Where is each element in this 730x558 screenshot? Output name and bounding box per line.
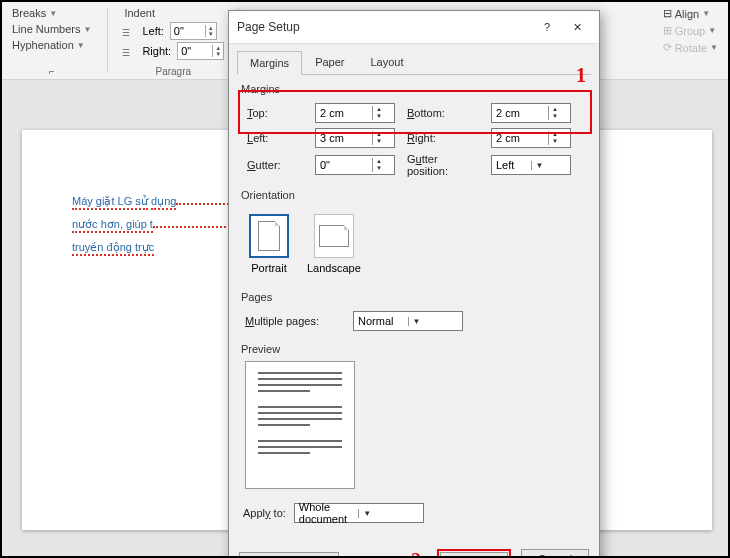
indent-left-icon <box>122 26 136 36</box>
align-label: Align <box>675 8 699 20</box>
indent-left-input[interactable]: ▲▼ <box>170 22 217 40</box>
group-menu: ⊞ Group▼ <box>661 23 720 38</box>
line-numbers-menu[interactable]: Line Numbers▼ <box>10 22 93 36</box>
orientation-portrait[interactable]: Portrait <box>245 210 293 278</box>
gutter-label: Gutter: <box>247 159 303 171</box>
breaks-menu[interactable]: Breaks▼ <box>10 6 93 20</box>
set-as-default-button[interactable]: Set As Default <box>239 552 339 558</box>
close-button[interactable]: ✕ <box>563 17 591 37</box>
indent-right-field[interactable] <box>178 44 212 58</box>
callout-1: 1 <box>576 64 586 87</box>
gutter-input[interactable]: ▲▼ <box>315 155 395 175</box>
line-numbers-label: Line Numbers <box>12 23 80 35</box>
right-input[interactable]: ▲▼ <box>491 128 571 148</box>
bottom-field[interactable] <box>492 105 548 121</box>
chevron-down-icon: ▼ <box>83 25 91 34</box>
spin-up-icon[interactable]: ▲ <box>373 158 385 165</box>
indent-right-icon <box>122 46 136 56</box>
apply-to-value: Whole document <box>295 499 359 527</box>
dialog-body: Margins Top: ▲▼ Bottom: ▲▼ Left: ▲▼ Righ… <box>229 75 599 539</box>
landscape-icon <box>314 214 354 258</box>
portrait-label: Portrait <box>251 262 286 274</box>
gutter-pos-label: Gutter position: <box>407 153 479 177</box>
spin-down-icon[interactable]: ▼ <box>206 31 216 37</box>
right-label: Right: <box>407 132 479 144</box>
spin-up-icon[interactable]: ▲ <box>549 106 561 113</box>
spin-down-icon[interactable]: ▼ <box>549 138 561 145</box>
gutter-pos-value: Left <box>492 157 531 173</box>
indent-right-input[interactable]: ▲▼ <box>177 42 224 60</box>
spin-down-icon[interactable]: ▼ <box>373 138 385 145</box>
spin-down-icon[interactable]: ▼ <box>213 51 223 57</box>
spin-down-icon[interactable]: ▼ <box>549 113 561 120</box>
ribbon-arrange-group: ⊟ Align▼ ⊞ Group▼ ⟳ Rotate▼ <box>661 6 720 75</box>
preview-label: Preview <box>241 343 587 355</box>
spin-down-icon[interactable]: ▼ <box>373 165 385 172</box>
indent-right-row: Right: ▲▼ <box>122 42 224 60</box>
dialog-tabs: Margins Paper Layout <box>229 44 599 74</box>
cancel-button[interactable]: Cancel <box>521 549 589 558</box>
ribbon-page-setup-extras: Breaks▼ Line Numbers▼ Hyphenation▼ ⌐ <box>10 6 93 75</box>
spin-up-icon[interactable]: ▲ <box>373 131 385 138</box>
gutter-pos-select[interactable]: Left▼ <box>491 155 571 175</box>
apply-to-row: Apply to: Whole document▼ <box>241 497 587 529</box>
margins-group: Margins Top: ▲▼ Bottom: ▲▼ Left: ▲▼ Righ… <box>241 83 587 181</box>
highlight-box-2: OK <box>437 549 511 558</box>
orientation-label: Orientation <box>241 189 587 201</box>
multiple-pages-label: Multiple pages: <box>245 315 337 327</box>
page-setup-dialog: Page Setup ? ✕ Margins Paper Layout Marg… <box>228 10 600 558</box>
tab-layout[interactable]: Layout <box>357 50 416 74</box>
right-field[interactable] <box>492 130 548 146</box>
align-menu[interactable]: ⊟ Align▼ <box>661 6 720 21</box>
orientation-group: Orientation Portrait Landscape <box>241 189 587 283</box>
spin-down-icon[interactable]: ▼ <box>373 113 385 120</box>
preview-group: Preview <box>241 343 587 489</box>
ribbon-indent-group: Indent Left: ▲▼ Right: ▲▼ Paragra <box>122 6 224 75</box>
top-field[interactable] <box>316 105 372 121</box>
ribbon-separator <box>107 8 108 73</box>
multiple-pages-value: Normal <box>354 313 408 329</box>
top-input[interactable]: ▲▼ <box>315 103 395 123</box>
gutter-field[interactable] <box>316 157 372 173</box>
rotate-menu: ⟳ Rotate▼ <box>661 40 720 55</box>
portrait-icon <box>249 214 289 258</box>
chevron-down-icon: ▼ <box>49 9 57 18</box>
left-label: Left: <box>247 132 303 144</box>
ok-button[interactable]: OK <box>440 552 508 558</box>
chevron-down-icon: ▼ <box>710 43 718 52</box>
apply-to-select[interactable]: Whole document▼ <box>294 503 424 523</box>
chevron-down-icon: ▼ <box>702 9 710 18</box>
chevron-down-icon: ▼ <box>708 26 716 35</box>
dialog-titlebar[interactable]: Page Setup ? ✕ <box>229 11 599 44</box>
pages-group: Pages Multiple pages: Normal▼ <box>241 291 587 335</box>
tab-paper[interactable]: Paper <box>302 50 357 74</box>
ribbon-group-launcher[interactable]: ⌐ <box>49 66 55 77</box>
indent-right-label: Right: <box>142 45 171 57</box>
chevron-down-icon: ▼ <box>408 317 463 326</box>
indent-header: Indent <box>122 6 224 20</box>
tab-margins[interactable]: Margins <box>237 51 302 75</box>
rotate-label: Rotate <box>675 42 707 54</box>
pages-label: Pages <box>241 291 587 303</box>
left-field[interactable] <box>316 130 372 146</box>
dialog-title: Page Setup <box>237 20 300 34</box>
spin-up-icon[interactable]: ▲ <box>373 106 385 113</box>
hyphenation-label: Hyphenation <box>12 39 74 51</box>
dialog-buttons: Set As Default 2 OK Cancel <box>229 539 599 558</box>
group-label: Group <box>675 25 706 37</box>
preview-thumbnail <box>245 361 355 489</box>
help-button[interactable]: ? <box>533 17 561 37</box>
chevron-down-icon: ▼ <box>77 41 85 50</box>
spin-up-icon[interactable]: ▲ <box>549 131 561 138</box>
left-input[interactable]: ▲▼ <box>315 128 395 148</box>
landscape-label: Landscape <box>307 262 361 274</box>
indent-left-label: Left: <box>142 25 163 37</box>
indent-left-row: Left: ▲▼ <box>122 22 224 40</box>
indent-left-field[interactable] <box>171 24 205 38</box>
bottom-input[interactable]: ▲▼ <box>491 103 571 123</box>
multiple-pages-select[interactable]: Normal▼ <box>353 311 463 331</box>
hyphenation-menu[interactable]: Hyphenation▼ <box>10 38 93 52</box>
orientation-landscape[interactable]: Landscape <box>303 210 365 278</box>
margins-group-label: Margins <box>241 83 587 95</box>
top-label: Top: <box>247 107 303 119</box>
